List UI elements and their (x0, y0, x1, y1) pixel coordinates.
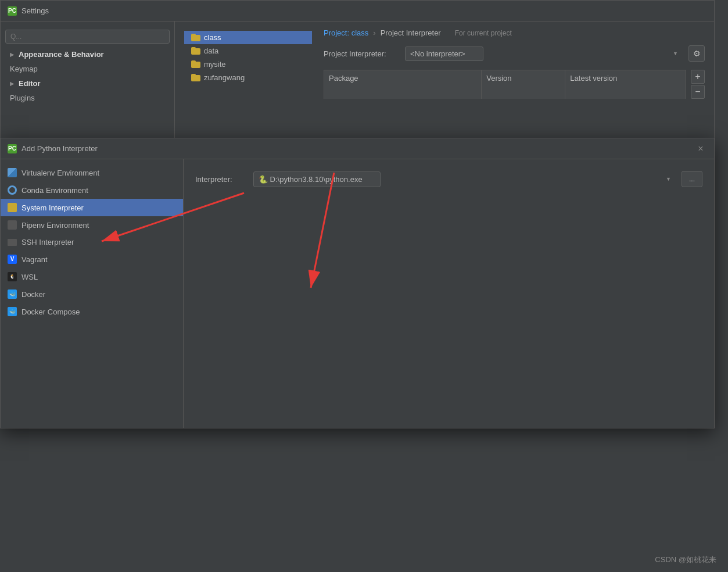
gear-button[interactable]: ⚙ (688, 45, 705, 62)
ssh-icon (8, 239, 17, 246)
dialog-title-text: Add Python Interpreter (21, 144, 98, 153)
interpreter-field-row: Interpreter: 🐍 D:\python3.8.10\python.ex… (195, 171, 702, 187)
settings-app-icon: PC (8, 6, 17, 16)
folder-icon-mysite (191, 60, 200, 68)
project-item-class[interactable]: class (184, 31, 312, 44)
interpreter-field-label: Interpreter: (195, 175, 248, 184)
settings-titlebar: PC Settings (1, 1, 714, 22)
settings-body: Appearance & Behavior Keymap Editor Plug… (1, 22, 714, 139)
project-item-zufangwang[interactable]: zufangwang (184, 71, 312, 84)
package-col-header: Package (324, 70, 482, 99)
dialog-sidebar-item-wsl[interactable]: 🐧 WSL (1, 268, 183, 285)
dialog-title-left: PC Add Python Interpreter (8, 144, 98, 153)
version-col-header: Version (482, 70, 565, 99)
for-project-label: For current project (455, 29, 512, 37)
settings-main-inner: class data mysite zufangwang (184, 28, 705, 99)
table-action-buttons: + − (688, 70, 705, 99)
breadcrumb: Project: class › Project Interpreter For… (324, 28, 705, 37)
settings-right-panel: Project: class › Project Interpreter For… (324, 28, 705, 99)
settings-search-input[interactable] (5, 30, 170, 44)
dialog-sidebar-item-pipenv[interactable]: Pipenv Environment (1, 216, 183, 234)
dialog-interpreter-select-wrapper: 🐍 D:\python3.8.10\python.exe (253, 171, 676, 187)
dialog-sidebar-item-ssh[interactable]: SSH Interpreter (1, 234, 183, 251)
dialog-body: Virtualenv Environment Conda Environment… (1, 159, 714, 428)
sidebar-item-plugins[interactable]: Plugins (1, 91, 174, 105)
vagrant-icon: V (8, 255, 17, 264)
breadcrumb-project[interactable]: Project: class (324, 28, 368, 37)
sidebar-item-appearance[interactable]: Appearance & Behavior (1, 47, 174, 62)
project-item-mysite[interactable]: mysite (184, 58, 312, 71)
folder-icon-data (191, 47, 200, 55)
conda-icon (8, 185, 17, 195)
pipenv-icon (8, 220, 17, 230)
add-package-button[interactable]: + (691, 70, 705, 84)
packages-table-header: Package Version Latest version (324, 70, 686, 99)
interpreter-label: Project Interpreter: (324, 49, 399, 58)
dialog-titlebar: PC Add Python Interpreter × (1, 138, 714, 159)
close-dialog-button[interactable]: × (694, 142, 707, 155)
breadcrumb-page: Project Interpreter (381, 28, 441, 37)
dialog-sidebar-item-docker-compose[interactable]: 🐳 Docker Compose (1, 303, 183, 320)
docker-compose-icon: 🐳 (8, 307, 17, 316)
settings-window: PC Settings Appearance & Behavior Keymap… (0, 0, 715, 140)
remove-package-button[interactable]: − (691, 85, 705, 99)
interpreter-row: Project Interpreter: <No interpreter> ⚙ (324, 45, 705, 62)
dialog-app-icon: PC (8, 144, 17, 153)
dialog-sidebar-item-system[interactable]: System Interpreter (1, 199, 183, 216)
breadcrumb-separator: › (373, 28, 375, 37)
dialog-sidebar: Virtualenv Environment Conda Environment… (1, 159, 184, 428)
settings-main: class data mysite zufangwang (175, 22, 714, 139)
settings-sidebar: Appearance & Behavior Keymap Editor Plug… (1, 22, 175, 139)
project-list-panel: class data mysite zufangwang (184, 28, 312, 99)
dialog-main: Interpreter: 🐍 D:\python3.8.10\python.ex… (184, 159, 714, 428)
sidebar-item-editor[interactable]: Editor (1, 76, 174, 91)
dialog-sidebar-item-conda[interactable]: Conda Environment (1, 181, 183, 199)
interpreter-select-wrapper: <No interpreter> (405, 47, 683, 61)
sidebar-item-keymap[interactable]: Keymap (1, 62, 174, 76)
add-interpreter-dialog: PC Add Python Interpreter × Virtualenv E… (0, 138, 715, 428)
table-header-wrapper: Package Version Latest version + − (324, 70, 705, 99)
watermark: CSDN @如桃花来 (655, 555, 716, 565)
browse-button[interactable]: ... (682, 171, 702, 187)
folder-icon-class (191, 34, 200, 41)
virtualenv-icon (8, 168, 17, 177)
folder-icon-zufangwang (191, 74, 200, 81)
dialog-sidebar-item-vagrant[interactable]: V Vagrant (1, 251, 183, 268)
wsl-icon: 🐧 (8, 272, 17, 281)
system-interpreter-icon (8, 203, 17, 212)
settings-title: Settings (21, 6, 49, 15)
project-list: class data mysite zufangwang (184, 31, 312, 84)
latest-col-header: Latest version (565, 70, 686, 99)
dialog-sidebar-item-virtualenv[interactable]: Virtualenv Environment (1, 164, 183, 181)
dialog-interpreter-dropdown[interactable]: 🐍 D:\python3.8.10\python.exe (253, 171, 381, 187)
dialog-sidebar-item-docker[interactable]: 🐳 Docker (1, 285, 183, 303)
interpreter-dropdown[interactable]: <No interpreter> (405, 47, 483, 61)
docker-icon: 🐳 (8, 289, 17, 299)
project-item-data[interactable]: data (184, 44, 312, 58)
